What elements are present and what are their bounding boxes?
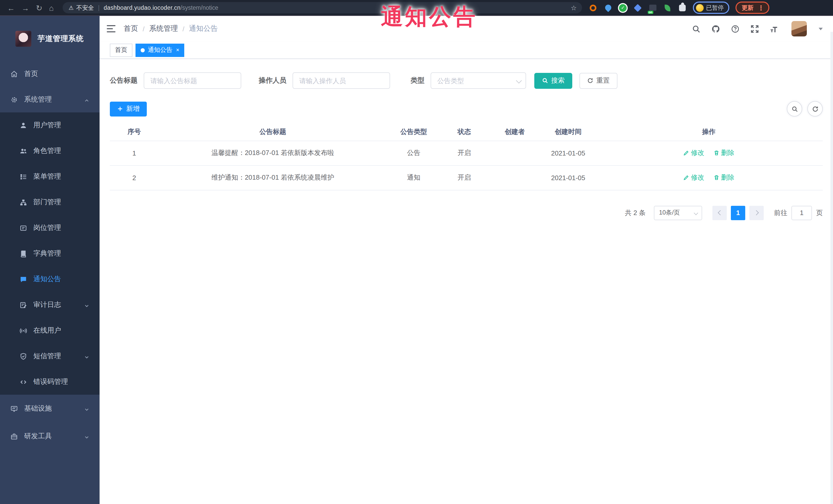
cell-status: 开启 xyxy=(441,141,488,165)
scrollbar-track[interactable] xyxy=(830,32,833,504)
type-filter-label: 类型 xyxy=(411,76,425,85)
close-icon[interactable]: × xyxy=(176,47,180,53)
sms-icon xyxy=(20,352,27,360)
fold-sidebar-icon[interactable] xyxy=(107,25,116,32)
security-warning-label[interactable]: 不安全 xyxy=(76,4,94,11)
font-size-icon[interactable] xyxy=(770,24,779,33)
sidebar-item-sms[interactable]: 短信管理 xyxy=(0,343,100,369)
submenu-group: 用户管理 角色管理 菜单管理 部门管理 岗位管理 字典管理 通知公告 审计日志 … xyxy=(0,113,100,395)
sidebar-item-menu[interactable]: 菜单管理 xyxy=(0,164,100,189)
table-header-cell: 创建者 xyxy=(488,123,542,141)
browser-reload-icon[interactable]: ↻ xyxy=(36,4,42,11)
delete-link[interactable]: 删除 xyxy=(713,173,735,182)
sidebar-item-tool[interactable]: 研发工具 xyxy=(0,423,100,450)
browser-update-chip[interactable]: 更新 ⋮ xyxy=(736,2,769,14)
sidebar-item-home[interactable]: 首页 xyxy=(0,61,100,87)
prev-page-button[interactable] xyxy=(712,206,727,220)
edit-link[interactable]: 修改 xyxy=(683,148,704,158)
refresh-icon xyxy=(587,77,593,83)
breadcrumb-item: 通知公告 xyxy=(189,24,218,33)
table-row[interactable]: 2 维护通知：2018-07-01 若依系统凌晨维护 通知 开启 2021-01… xyxy=(110,165,823,190)
search-button[interactable]: 搜索 xyxy=(534,73,572,89)
type-filter-select-input[interactable] xyxy=(431,72,526,89)
table-body: 1 温馨提醒：2018-07-01 若依新版本发布啦 公告 开启 2021-01… xyxy=(110,141,823,190)
sidebar-item-message[interactable]: 通知公告 xyxy=(0,266,100,292)
avatar-caret-icon[interactable] xyxy=(818,27,823,30)
browser-back-icon[interactable]: ← xyxy=(7,4,15,11)
sidebar-item-monitor[interactable]: 基础设施 xyxy=(0,395,100,423)
table-header-cell: 状态 xyxy=(441,123,488,141)
sidebar-item-people[interactable]: 角色管理 xyxy=(0,138,100,164)
breadcrumb-separator: / xyxy=(183,25,184,32)
table-header-cell: 序号 xyxy=(110,123,159,141)
extension-ring-icon[interactable] xyxy=(589,4,597,12)
browser-menu-icon[interactable]: ⋮ xyxy=(758,4,764,11)
sidebar-item-online[interactable]: 在线用户 xyxy=(0,318,100,343)
active-dot-icon xyxy=(141,48,145,52)
tab-inactive[interactable]: 首页 × xyxy=(110,43,133,57)
tab-active[interactable]: 通知公告 × xyxy=(136,43,185,57)
goto-page-input[interactable] xyxy=(791,206,812,220)
table-row[interactable]: 1 温馨提醒：2018-07-01 若依新版本发布啦 公告 开启 2021-01… xyxy=(110,141,823,165)
sidebar-item-post[interactable]: 岗位管理 xyxy=(0,215,100,241)
message-icon xyxy=(20,275,27,283)
extension-disc-icon[interactable]: ✓ xyxy=(619,4,627,12)
gear-icon xyxy=(10,96,18,103)
extension-gem-icon[interactable] xyxy=(634,4,642,12)
refresh-table-button[interactable] xyxy=(807,101,823,117)
table-header-row: 序号公告标题公告类型状态创建者创建时间操作 xyxy=(110,123,823,141)
cell-type: 通知 xyxy=(387,165,441,190)
breadcrumb-separator: / xyxy=(143,25,144,32)
sidebar-item-dept[interactable]: 部门管理 xyxy=(0,189,100,215)
title-filter-input[interactable] xyxy=(144,72,241,89)
table-header-cell: 创建时间 xyxy=(542,123,595,141)
table-header-cell: 公告标题 xyxy=(159,123,387,141)
delete-link[interactable]: 删除 xyxy=(713,148,735,158)
toggle-search-button[interactable] xyxy=(787,101,802,117)
fullscreen-icon[interactable] xyxy=(751,24,759,33)
search-button-icon xyxy=(542,77,548,83)
next-page-button[interactable] xyxy=(749,206,764,220)
profile-paused-chip[interactable]: 已暂停 xyxy=(693,2,729,14)
chevron-up-icon xyxy=(84,97,89,102)
search-icon xyxy=(791,105,798,112)
page-content: 公告标题 操作人员 类型 搜索 xyxy=(100,59,833,504)
browser-forward-icon[interactable]: → xyxy=(22,4,29,11)
chevron-down-icon xyxy=(694,211,698,215)
bookmark-star-icon[interactable]: ☆ xyxy=(571,4,577,11)
monitor-icon xyxy=(10,405,18,412)
user-avatar[interactable] xyxy=(791,21,807,37)
search-icon[interactable] xyxy=(692,24,700,33)
chevron-right-icon xyxy=(754,210,759,215)
reset-button[interactable]: 重置 xyxy=(579,73,617,89)
extension-puzzle-icon[interactable] xyxy=(678,4,687,12)
type-filter-select[interactable] xyxy=(431,72,526,89)
cell-title: 温馨提醒：2018-07-01 若依新版本发布啦 xyxy=(159,141,387,165)
sidebar-logo-row[interactable]: 芋道管理系统 xyxy=(0,16,100,61)
breadcrumb-item[interactable]: 系统管理 xyxy=(149,24,178,33)
extension-pin-icon[interactable] xyxy=(604,4,612,12)
operator-filter-input[interactable] xyxy=(292,72,390,89)
extension-leaf-icon[interactable] xyxy=(663,4,672,12)
sidebar-item-dict[interactable]: 字典管理 xyxy=(0,241,100,266)
browser-home-icon[interactable]: ⌂ xyxy=(49,4,54,11)
refresh-icon xyxy=(812,105,818,112)
cell-creator xyxy=(488,141,542,165)
address-bar[interactable]: ⚠ 不安全 | dashboard.yudao.iocoder.cn /syst… xyxy=(62,2,582,13)
sidebar-item-log[interactable]: 审计日志 xyxy=(0,292,100,318)
current-page-button[interactable]: 1 xyxy=(731,206,745,220)
app-logo xyxy=(16,30,31,46)
help-icon[interactable] xyxy=(731,24,740,33)
url-host: dashboard.yudao.iocoder.cn xyxy=(104,5,181,11)
sidebar-item-gear[interactable]: 系统管理 xyxy=(0,87,100,113)
page-size-select[interactable]: 10条/页 xyxy=(654,206,702,220)
breadcrumb-item[interactable]: 首页 xyxy=(124,24,138,33)
sidebar-item-user[interactable]: 用户管理 xyxy=(0,113,100,138)
extension-row: ✓on xyxy=(589,4,687,12)
github-icon[interactable] xyxy=(711,24,720,33)
edit-link[interactable]: 修改 xyxy=(683,173,704,182)
add-button[interactable]: 新增 xyxy=(110,101,147,116)
goto-label: 前往 xyxy=(774,208,787,217)
sidebar-item-code[interactable]: 错误码管理 xyxy=(0,369,100,395)
extension-badge-icon[interactable]: on xyxy=(648,4,657,12)
